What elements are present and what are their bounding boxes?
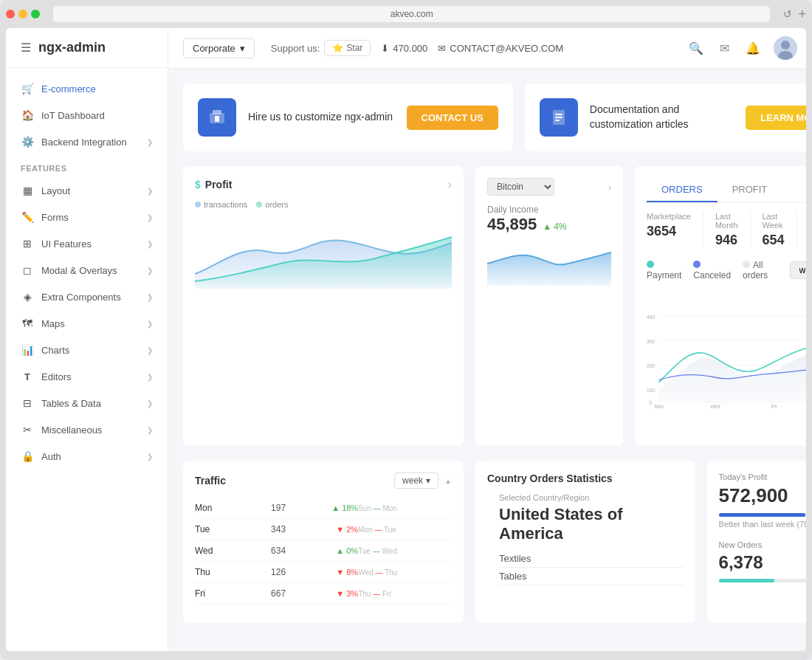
traffic-week-select[interactable]: week ▾ (394, 472, 438, 489)
sidebar-item-uifeatures[interactable]: ⊞ UI Features ❯ (6, 230, 168, 257)
chevron-right-icon: ❯ (147, 267, 153, 275)
banner-hire-text: Hire us to customize ngx-admin (248, 110, 395, 125)
day-cell: Tue (195, 519, 238, 540)
learn-more-button[interactable]: LEARN MORE (746, 106, 806, 130)
chevron-down-icon: ▾ (240, 43, 245, 54)
svg-rect-7 (555, 114, 562, 115)
map-selected-label: Selected Country/Region (499, 493, 684, 502)
orders-chart: 400 300 200 100 0 (647, 286, 806, 434)
extra-icon: ◈ (21, 290, 34, 303)
table-row: Tue 343 ▼ 2% Mon — Tue (195, 519, 452, 540)
search-icon[interactable]: 🔍 (686, 38, 706, 58)
sidebar-item-charts[interactable]: 📊 Charts ❯ (6, 337, 168, 363)
mini-cell: Thu — Fri (358, 583, 452, 605)
profit-chart (195, 215, 452, 289)
sidebar-item-iot[interactable]: 🏠 IoT Dashboard (6, 102, 168, 128)
sidebar-item-misc[interactable]: ✂ Miscellaneous ❯ (6, 416, 168, 443)
svg-text:Mon: Mon (654, 404, 664, 409)
value-cell: 634 (238, 540, 295, 562)
day-cell: Fri (195, 583, 238, 605)
contact-us-button[interactable]: CONTACT US (407, 106, 498, 130)
tab-orders[interactable]: ORDERS (647, 178, 718, 202)
mail-icon[interactable]: ✉ (717, 38, 732, 58)
value-cell: 126 (238, 562, 295, 583)
profit-progress-label: Better than last week (70%) (719, 520, 806, 529)
theme-dropdown[interactable]: Corporate ▾ (183, 38, 255, 58)
sidebar-item-layout[interactable]: ▦ Layout ❯ (6, 177, 168, 204)
bell-icon[interactable]: 🔔 (743, 38, 763, 58)
home-icon: 🏠 (21, 109, 34, 122)
bitcoin-select[interactable]: Bitcoin Ethereum (487, 178, 554, 196)
category-tables: Tables (499, 568, 684, 585)
refresh-icon[interactable]: ↺ (783, 8, 792, 20)
sidebar-item-label: Maps (41, 318, 65, 329)
orders-stats: Marketplace 3654 Last Month 946 Last Wee… (647, 212, 806, 248)
change-cell: ▼ 8% (295, 562, 358, 583)
chevron-up-icon[interactable]: ▲ (444, 477, 452, 485)
close-dot[interactable] (6, 10, 15, 18)
maximize-dot[interactable] (31, 10, 40, 18)
star-icon: ⭐ (332, 43, 343, 53)
value-cell: 197 (238, 498, 295, 519)
orders-card: ORDERS PROFIT Marketplace 3654 Last Mont… (635, 166, 806, 446)
sidebar-nav: 🛒 E-commerce 🏠 IoT Dashboard ⚙️ Backend … (6, 68, 168, 477)
sidebar-item-backend[interactable]: ⚙️ Backend Integration ❯ (6, 128, 168, 155)
bottom-row: Traffic week ▾ ▲ (183, 461, 806, 623)
banner-docs: Documentation and customization articles… (525, 83, 806, 151)
hamburger-icon[interactable]: ☰ (21, 41, 31, 55)
week-select[interactable]: week month (790, 261, 806, 279)
svg-text:400: 400 (647, 314, 655, 320)
sidebar-item-modal[interactable]: ◻ Modal & Overlays ❯ (6, 257, 168, 283)
profit-more-icon[interactable]: › (448, 178, 452, 191)
new-orders-progress-fill (719, 579, 775, 582)
tab-profit[interactable]: PROFIT (718, 178, 782, 202)
mini-cell: Tue — Wed (358, 540, 452, 562)
sidebar-item-extra[interactable]: ◈ Extra Components ❯ (6, 283, 168, 310)
table-row: Mon 197 ▲ 18% Sun — Mon (195, 498, 452, 519)
chevron-down-icon: ▾ (426, 475, 430, 486)
banner-icon-hire (198, 98, 236, 137)
sidebar-item-editors[interactable]: T Editors ❯ (6, 363, 168, 390)
profit-summary-card: Today's Profit 572,900 Better than last … (707, 461, 806, 623)
new-tab-button[interactable]: + (798, 7, 806, 22)
chevron-right-icon: ❯ (147, 346, 153, 354)
day-cell: Thu (195, 562, 238, 583)
avatar[interactable] (774, 36, 797, 60)
topbar: Corporate ▾ Support us: ⭐ Star ⬇ 470.000… (168, 28, 806, 69)
banners-row: Hire us to customize ngx-admin CONTACT U… (183, 83, 806, 151)
traffic-header: Traffic week ▾ ▲ (195, 472, 452, 489)
chevron-right-icon: ❯ (147, 320, 153, 328)
map-card: Country Orders Statistics (475, 461, 695, 623)
today-profit-label: Today's Profit (719, 472, 806, 481)
star-button[interactable]: ⭐ Star (324, 40, 371, 56)
stat-marketplace: Marketplace 3654 (647, 212, 703, 248)
sidebar-item-auth[interactable]: 🔒 Auth ❯ (6, 443, 168, 470)
new-orders-value: 6,378 (719, 552, 806, 573)
svg-rect-8 (555, 117, 562, 118)
minimize-dot[interactable] (18, 10, 27, 18)
sidebar-item-forms[interactable]: ✏️ Forms ❯ (6, 204, 168, 230)
sidebar-item-label: IoT Dashboard (41, 110, 105, 121)
banner-docs-text: Documentation and customization articles (590, 103, 734, 131)
map-info: Selected Country/Region United States of… (499, 493, 684, 585)
change-cell: ▲ 18% (295, 498, 358, 519)
sidebar-item-maps[interactable]: 🗺 Maps ❯ (6, 310, 168, 337)
banner-docs-title: Documentation and customization articles (590, 103, 734, 131)
svg-text:300: 300 (647, 339, 655, 344)
traffic-controls: week ▾ ▲ (394, 472, 452, 489)
bitcoin-income-value: 45,895 (487, 215, 537, 234)
banner-icon-docs (540, 98, 578, 137)
sidebar-item-label: Tables & Data (41, 398, 101, 409)
contact-email: ✉ CONTACT@AKVEO.COM (438, 43, 563, 54)
sidebar-item-label: Forms (41, 212, 69, 223)
sidebar-item-label: Miscellaneous (41, 424, 102, 436)
svg-text:0: 0 (649, 400, 652, 405)
sidebar-item-tables[interactable]: ⊟ Tables & Data ❯ (6, 390, 168, 416)
bitcoin-more-icon[interactable]: › (608, 182, 611, 193)
sidebar-item-label: E-commerce (41, 83, 96, 94)
address-bar[interactable]: akveo.com (53, 6, 770, 22)
sidebar-item-ecommerce[interactable]: 🛒 E-commerce (6, 75, 168, 102)
dollar-icon: $ (195, 179, 201, 190)
map-country-name: United States of America (499, 505, 684, 544)
profit-legend: transactions orders (195, 200, 452, 209)
